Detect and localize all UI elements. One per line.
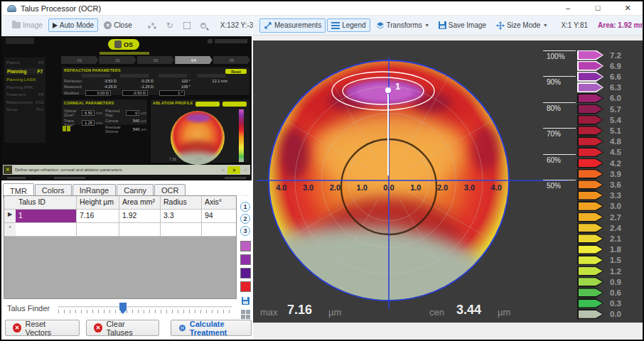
left-panel: Image Auto Mode ✕ Close ↻ X:132 Y:-38 <box>1 16 252 340</box>
size-mode-button[interactable]: Size Mode ▾ <box>492 18 551 33</box>
legend-chip[interactable] <box>577 277 603 287</box>
wizard-step-03[interactable]: 03 <box>137 56 174 64</box>
wizard-step-01[interactable]: 01 <box>61 56 98 64</box>
legend-chip[interactable] <box>577 115 603 125</box>
message-close-icon[interactable]: ✕ <box>4 166 12 174</box>
legend-chip[interactable] <box>577 50 603 60</box>
table-cell[interactable] <box>16 223 77 236</box>
color-swatch-2[interactable] <box>240 254 251 265</box>
embedded-menu-setup[interactable]: SetupF12 <box>6 107 43 112</box>
color-swatch-1[interactable] <box>240 241 251 251</box>
refraction-value[interactable]: -0.50 D <box>122 90 148 96</box>
embedded-menu-planning-prk[interactable]: Planning PRK <box>6 85 43 90</box>
step-number-1[interactable]: 1 <box>240 202 250 212</box>
table-cell[interactable] <box>202 223 236 236</box>
legend-chip[interactable] <box>577 201 603 211</box>
embedded-menu-planning[interactable]: PlanningF7 <box>6 68 43 75</box>
talus-anchor-dot[interactable] <box>385 87 391 93</box>
corneal-unit: µm <box>141 119 146 123</box>
legend-chip[interactable] <box>577 147 603 157</box>
embedded-menu-measurement[interactable]: MeasurementF10 <box>6 100 43 104</box>
wizard-step-04[interactable]: 04 <box>175 56 212 64</box>
reset-vectors-button[interactable]: ✕ Reset Vectors <box>5 320 80 336</box>
embedded-menu-patient[interactable]: PatientF5 <box>6 60 43 65</box>
refraction-value[interactable]: 1 ° <box>159 90 185 96</box>
refresh-button[interactable]: ↻ <box>162 19 178 32</box>
row-selector[interactable]: ▶ <box>4 210 16 222</box>
legend-value: 4.2 <box>610 159 631 168</box>
close-image-button[interactable]: ✕ Close <box>100 18 136 32</box>
maximize-button[interactable]: □ <box>593 4 603 13</box>
table-cell[interactable]: 1.92 <box>119 210 161 222</box>
step-number-3[interactable]: 3 <box>240 226 250 236</box>
legend-chip[interactable] <box>577 104 603 114</box>
table-row[interactable]: ▶17.161.923.394 <box>4 210 236 223</box>
legend-chip[interactable] <box>577 180 603 190</box>
close-button[interactable]: ✕ <box>623 4 633 13</box>
minimize-button[interactable]: – <box>563 4 573 13</box>
color-swatch-4[interactable] <box>240 281 251 292</box>
legend-chip[interactable] <box>577 93 603 103</box>
legend-chip[interactable] <box>577 266 603 276</box>
corneal-value[interactable]: 0 <box>126 110 140 116</box>
zoom-button[interactable] <box>196 20 210 31</box>
save-image-button[interactable]: Save Image <box>434 18 490 32</box>
clear-taluses-button[interactable]: ✕ Clear Taluses <box>86 320 159 336</box>
table-cell[interactable]: 94 <box>202 210 236 222</box>
legend-chip[interactable] <box>577 212 603 222</box>
vectors-button[interactable] <box>144 19 161 32</box>
legend-chip[interactable] <box>577 288 603 298</box>
table-cell[interactable]: 7.16 <box>77 210 119 222</box>
gear-icon: ⚙ <box>178 323 186 333</box>
table-cell[interactable] <box>161 223 202 236</box>
select-region-button[interactable] <box>179 19 195 32</box>
calculate-treatment-button[interactable]: ⚙ Calculate Treatment <box>171 320 252 336</box>
legend-chip[interactable] <box>577 223 603 233</box>
legend-chip[interactable] <box>577 255 603 265</box>
corneal-value[interactable]: 6.50 <box>82 110 95 116</box>
measurements-button[interactable]: Measurements <box>259 18 326 33</box>
embedded-planning-screenshot[interactable]: OS PatientF5PlanningF7Planning LASIKPlan… <box>1 36 252 180</box>
refraction-value: 12.1 mm <box>196 79 233 83</box>
transforms-button[interactable]: Transforms ▾ <box>372 18 433 33</box>
legend-chip[interactable] <box>577 169 603 179</box>
step-number-2[interactable]: 2 <box>240 214 250 224</box>
message-prev-icon[interactable]: < <box>222 167 225 173</box>
image-button[interactable]: Image <box>8 18 47 32</box>
embedded-menu-planning-lasik[interactable]: Planning LASIK <box>6 77 43 82</box>
legend-percent-label: 90% <box>547 78 561 86</box>
legend-chip[interactable] <box>577 190 603 200</box>
reset-refraction-button[interactable]: Reset <box>225 69 247 74</box>
row-selector[interactable]: * <box>4 223 16 236</box>
embedded-mini-toggles[interactable] <box>63 126 70 131</box>
ablation-button-1[interactable] <box>195 102 220 107</box>
message-next-button[interactable]: > <box>227 166 240 174</box>
auto-mode-button[interactable]: Auto Mode <box>48 18 98 32</box>
wizard-step-02[interactable]: 02 <box>99 56 136 64</box>
ablation-button-2[interactable] <box>222 102 247 107</box>
legend-chip[interactable] <box>577 244 603 254</box>
legend-chip[interactable] <box>577 309 603 319</box>
legend-chip[interactable] <box>577 72 603 82</box>
corneal-value[interactable]: 1.25 <box>82 120 95 126</box>
table-cell[interactable]: 1 <box>16 210 77 222</box>
message-check-icon[interactable]: ✓ <box>243 167 248 173</box>
color-swatch-3[interactable] <box>240 268 251 278</box>
refraction-value[interactable]: 0.00 D <box>85 90 111 96</box>
table-row[interactable]: * <box>4 223 236 237</box>
wizard-step-05[interactable]: 05 <box>213 56 250 64</box>
legend-chip[interactable] <box>577 158 603 168</box>
legend-chip[interactable] <box>577 82 603 92</box>
embedded-menu-treatment[interactable]: TreatmentF9 <box>6 92 43 97</box>
table-cell[interactable] <box>119 223 161 236</box>
legend-chip[interactable] <box>577 61 603 71</box>
legend-chip[interactable] <box>577 298 603 308</box>
legend-chip[interactable] <box>577 234 603 244</box>
legend-button[interactable]: Legend <box>327 18 370 32</box>
talus-finder-slider[interactable] <box>58 301 232 315</box>
legend-chip[interactable] <box>577 136 603 146</box>
table-cell[interactable]: 3.3 <box>161 210 202 222</box>
table-cell[interactable] <box>77 223 119 236</box>
legend-chip[interactable] <box>577 126 603 136</box>
topography-map-area[interactable]: 1 4.03.02.01.00.01.02.03.04.0 max 7.16 µ… <box>253 40 643 323</box>
